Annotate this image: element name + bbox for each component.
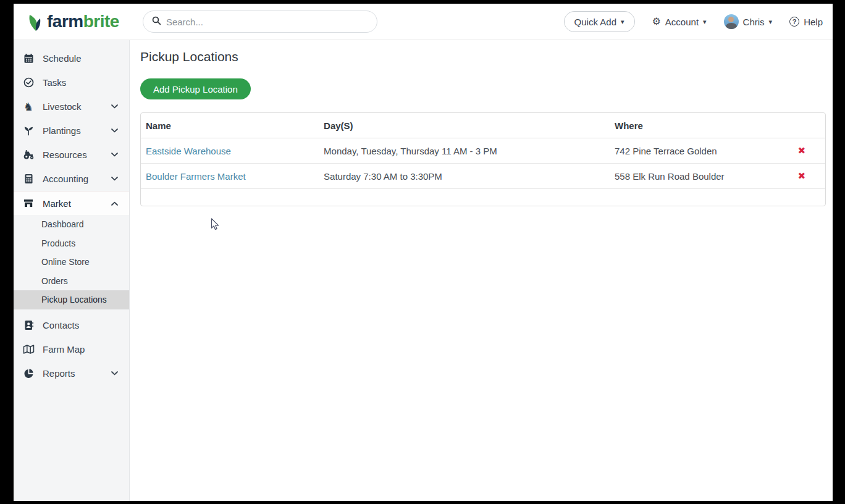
table-row: Eastside Warehouse Monday, Tuesday, Thur… [141,138,825,164]
calendar-icon [22,53,35,64]
chevron-down-icon [111,104,118,109]
calculator-icon [22,174,35,184]
sidebar-subitem-products[interactable]: Products [14,234,129,253]
header-right: Quick Add ▾ ⚙ Account ▾ Chris ▾ ? Help [564,11,823,32]
sidebar-item-schedule[interactable]: Schedule [14,46,129,70]
caret-down-icon: ▾ [703,18,707,26]
chevron-down-icon [111,128,118,133]
sidebar-item-reports[interactable]: Reports [14,361,129,385]
map-icon [22,344,35,355]
where-cell: 742 Pine Terrace Golden [610,138,784,164]
sidebar-item-plantings[interactable]: Plantings [14,119,129,143]
seedling-icon [22,125,35,136]
pie-chart-icon [22,368,35,379]
address-book-icon [22,320,35,330]
sidebar: Schedule Tasks ♞ Livestock [14,40,130,501]
column-header-days: Day(S) [319,113,610,138]
pickup-location-link[interactable]: Boulder Farmers Market [146,171,246,182]
sidebar-item-tasks[interactable]: Tasks [14,70,129,94]
chevron-down-icon [111,371,118,376]
days-cell: Saturday 7:30 AM to 3:30PM [319,164,610,189]
help-icon: ? [789,17,799,27]
quick-add-button[interactable]: Quick Add ▾ [564,11,635,32]
caret-down-icon: ▾ [769,18,773,26]
column-header-actions [784,113,826,138]
tractor-icon [22,149,35,160]
add-pickup-location-button[interactable]: Add Pickup Location [140,78,251,99]
column-header-name: Name [141,113,319,138]
main-content: Pickup Locations Add Pickup Location Nam… [130,40,833,501]
storefront-icon [22,198,35,209]
farmbrite-logo[interactable]: farmbrite [27,9,119,35]
avatar [724,14,739,29]
sidebar-subitem-orders[interactable]: Orders [14,272,129,291]
gear-icon: ⚙ [652,17,661,27]
table-footer-row [141,189,825,206]
sidebar-subitem-dashboard[interactable]: Dashboard [14,215,129,234]
sidebar-item-resources[interactable]: Resources [14,143,129,167]
pickup-location-link[interactable]: Eastside Warehouse [146,146,231,156]
where-cell: 558 Elk Run Road Boulder [610,164,784,189]
leaf-icon [27,9,43,35]
top-header: farmbrite Quick Add ▾ ⚙ Account ▾ [14,4,833,40]
sidebar-item-contacts[interactable]: Contacts [14,313,129,337]
days-cell: Monday, Tuesday, Thursday 11 AM - 3 PM [319,138,610,164]
check-circle-icon [22,77,35,88]
table-row: Boulder Farmers Market Saturday 7:30 AM … [141,164,825,189]
sidebar-subitem-pickup-locations[interactable]: Pickup Locations [14,290,129,309]
delete-icon[interactable]: ✖ [789,170,815,182]
user-menu[interactable]: Chris ▾ [724,14,773,29]
chevron-down-icon [111,177,118,181]
sidebar-subitem-online-store[interactable]: Online Store [14,253,129,272]
horse-icon: ♞ [22,101,35,112]
sidebar-item-livestock[interactable]: ♞ Livestock [14,94,129,119]
logo-text: farmbrite [47,12,119,32]
delete-icon[interactable]: ✖ [789,145,815,156]
pickup-locations-table: Name Day(S) Where Eastside Warehouse Mon… [140,112,826,206]
sidebar-item-accounting[interactable]: Accounting [14,167,129,191]
account-menu[interactable]: ⚙ Account ▾ [652,17,707,27]
sidebar-item-market[interactable]: Market [14,191,129,215]
app-window: farmbrite Quick Add ▾ ⚙ Account ▾ [14,4,833,501]
help-link[interactable]: ? Help [789,17,823,27]
column-header-where: Where [610,113,784,138]
table-header-row: Name Day(S) Where [141,113,825,138]
search-input[interactable] [166,17,368,27]
sidebar-item-farm-map[interactable]: Farm Map [14,337,129,361]
search-box [143,10,377,33]
page-title: Pickup Locations [140,49,833,64]
chevron-up-icon [111,201,118,206]
caret-down-icon: ▾ [621,18,624,26]
search-icon [152,16,161,28]
chevron-down-icon [111,153,118,157]
